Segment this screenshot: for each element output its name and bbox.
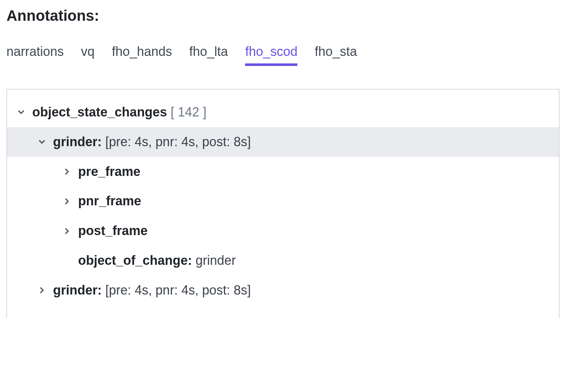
tree-summary: [pre: 4s, pnr: 4s, post: 8s] — [105, 134, 251, 149]
tab-narrations[interactable]: narrations — [6, 44, 64, 66]
tab-fho-sta[interactable]: fho_sta — [315, 44, 357, 66]
tree-row-object-of-change[interactable]: object_of_change: grinder — [7, 246, 559, 276]
tree-key: pre_frame — [78, 163, 140, 180]
tree-value: grinder — [196, 253, 236, 268]
tree-key: grinder: — [53, 283, 102, 297]
tree-row-post-frame[interactable]: post_frame — [7, 216, 559, 246]
tab-vq[interactable]: vq — [81, 44, 95, 66]
tab-fho-hands[interactable]: fho_hands — [112, 44, 172, 66]
tree-key: grinder: — [53, 134, 102, 149]
tree-row-item-collapsed[interactable]: grinder: [pre: 4s, pnr: 4s, post: 8s] — [7, 276, 559, 305]
section-title: Annotations: — [6, 7, 560, 24]
tree-panel: object_state_changes [ 142 ] grinder: [p… — [6, 89, 560, 318]
tree-row-pnr-frame[interactable]: pnr_frame — [7, 186, 559, 216]
chevron-down-icon — [37, 137, 47, 147]
tree-key: object_of_change: — [78, 253, 192, 268]
tree-summary: [pre: 4s, pnr: 4s, post: 8s] — [105, 283, 251, 297]
chevron-right-icon — [37, 285, 47, 296]
tree-key: post_frame — [78, 223, 148, 239]
tree-row-root[interactable]: object_state_changes [ 142 ] — [7, 97, 559, 127]
chevron-right-icon — [62, 166, 72, 177]
tab-fho-scod[interactable]: fho_scod — [245, 44, 297, 66]
tree-count: [ 142 ] — [171, 105, 206, 119]
chevron-right-icon — [62, 226, 72, 236]
tree-row-pre-frame[interactable]: pre_frame — [7, 157, 559, 187]
tree-row-item-expanded[interactable]: grinder: [pre: 4s, pnr: 4s, post: 8s] — [7, 127, 559, 157]
tree-key: pnr_frame — [78, 193, 141, 210]
chevron-right-icon — [62, 196, 72, 207]
chevron-down-icon — [16, 107, 27, 118]
tree-key: object_state_changes — [32, 105, 167, 119]
tabs-container: narrations vq fho_hands fho_lta fho_scod… — [6, 44, 560, 66]
tab-fho-lta[interactable]: fho_lta — [189, 44, 228, 66]
